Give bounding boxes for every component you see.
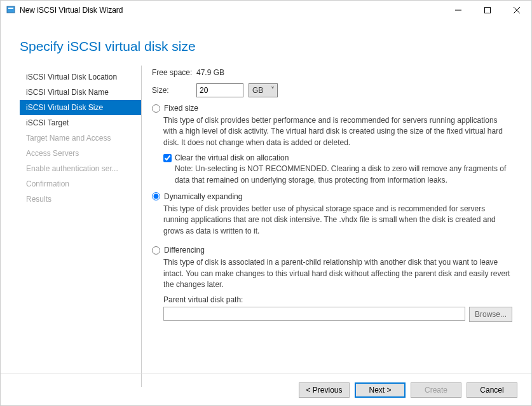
fixed-size-radio[interactable]: [152, 104, 160, 113]
step-target[interactable]: iSCSI Target: [20, 115, 141, 130]
next-button[interactable]: Next >: [355, 382, 406, 398]
page-title: Specify iSCSI virtual disk size: [1, 20, 531, 66]
size-label: Size:: [152, 86, 196, 95]
clear-disk-note: Note: Un-selecting is NOT RECOMMENDED. C…: [175, 164, 512, 186]
step-confirmation: Confirmation: [20, 176, 141, 192]
step-auth: Enable authentication ser...: [20, 161, 141, 176]
dynamic-desc: This type of disk provides better use of…: [163, 204, 512, 237]
differencing-radio[interactable]: [152, 246, 160, 255]
step-results: Results: [20, 192, 141, 207]
svg-rect-3: [485, 8, 491, 13]
wizard-steps: iSCSI Virtual Disk Location iSCSI Virtua…: [20, 66, 142, 387]
maximize-button[interactable]: [473, 1, 502, 20]
clear-disk-label: Clear the virtual disk on allocation: [175, 153, 289, 162]
svg-rect-1: [8, 8, 13, 9]
step-access-servers: Access Servers: [20, 146, 141, 161]
step-size[interactable]: iSCSI Virtual Disk Size: [20, 100, 141, 115]
browse-button[interactable]: Browse...: [469, 307, 512, 322]
fixed-size-label: Fixed size: [164, 104, 198, 113]
differencing-desc: This type of disk is associated in a par…: [163, 257, 512, 290]
clear-disk-checkbox[interactable]: [163, 154, 172, 162]
window-title: New iSCSI Virtual Disk Wizard: [20, 6, 444, 15]
parent-path-input[interactable]: [163, 307, 465, 321]
free-space-value: 47.9 GB: [196, 68, 224, 77]
dynamic-radio[interactable]: [152, 192, 160, 200]
free-space-label: Free space:: [152, 68, 196, 77]
close-button[interactable]: [502, 1, 531, 20]
step-name[interactable]: iSCSI Virtual Disk Name: [20, 85, 141, 100]
content-pane: Free space: 47.9 GB Size: GB ˅ Fixed siz…: [142, 66, 531, 387]
minimize-button[interactable]: [444, 1, 473, 20]
titlebar: New iSCSI Virtual Disk Wizard: [1, 1, 531, 20]
previous-button[interactable]: < Previous: [299, 382, 350, 398]
size-unit-value: GB: [252, 86, 263, 95]
app-icon: [6, 5, 16, 15]
cancel-button[interactable]: Cancel: [467, 382, 517, 398]
differencing-label: Differencing: [164, 246, 205, 255]
chevron-down-icon: ˅: [271, 86, 275, 95]
step-target-name: Target Name and Access: [20, 130, 141, 146]
create-button: Create: [411, 382, 461, 398]
size-unit-select[interactable]: GB ˅: [249, 83, 278, 97]
svg-rect-0: [7, 6, 15, 13]
fixed-size-desc: This type of disk provides better perfor…: [163, 115, 512, 148]
step-location[interactable]: iSCSI Virtual Disk Location: [20, 69, 141, 85]
footer: < Previous Next > Create Cancel: [1, 374, 531, 405]
dynamic-label: Dynamically expanding: [164, 192, 242, 201]
size-input[interactable]: [196, 83, 243, 97]
parent-path-label: Parent virtual disk path:: [163, 295, 512, 304]
